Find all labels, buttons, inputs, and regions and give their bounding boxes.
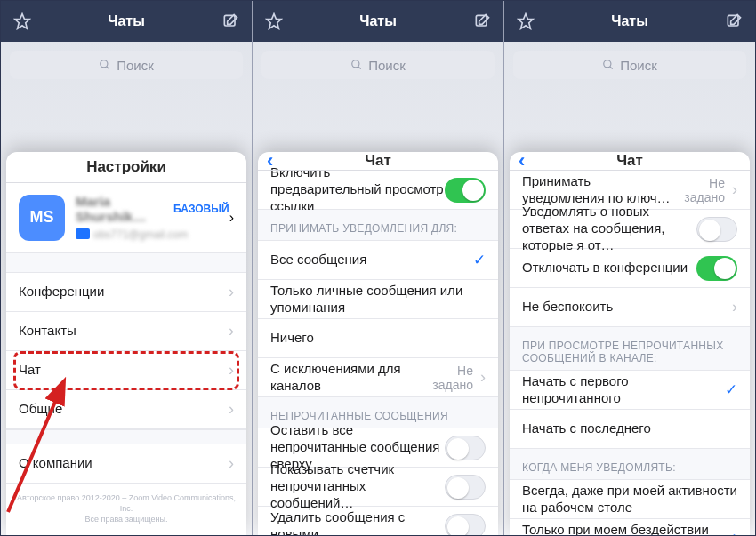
svg-point-8 bbox=[352, 60, 359, 68]
svg-line-9 bbox=[358, 67, 361, 69]
row-all-messages[interactable]: Все сообщения✓ bbox=[258, 241, 498, 280]
nav-title: Чаты bbox=[108, 13, 145, 29]
row-show-counter[interactable]: Показывать счетчик непрочитанных сообщен… bbox=[258, 468, 498, 507]
chevron-right-icon: › bbox=[229, 400, 234, 419]
toggle-off[interactable] bbox=[696, 217, 737, 242]
row-dnd[interactable]: Не беспокоить› bbox=[510, 288, 750, 327]
check-icon: ✓ bbox=[725, 530, 737, 536]
svg-point-12 bbox=[604, 60, 611, 68]
avatar: MS bbox=[19, 195, 65, 241]
settings-row-general[interactable]: Общие› bbox=[6, 390, 246, 429]
settings-row-chat[interactable]: Чат› bbox=[6, 351, 246, 390]
settings-row-about[interactable]: О компании› bbox=[6, 444, 246, 484]
svg-marker-10 bbox=[519, 14, 534, 29]
nav-bar: Чаты bbox=[504, 1, 755, 42]
settings-row-contacts[interactable]: Контакты› bbox=[6, 312, 246, 351]
row-delete-new[interactable]: Удалить сообщения с новыми bbox=[258, 507, 498, 535]
search-input[interactable]: Поиск bbox=[10, 51, 243, 79]
search-icon bbox=[99, 59, 111, 71]
chevron-right-icon: › bbox=[732, 180, 737, 199]
chevron-right-icon: › bbox=[229, 361, 234, 380]
search-input[interactable]: Поиск bbox=[261, 51, 495, 79]
pane-chat-settings-2: Чаты Поиск ‹ Чат Принимать уведомления п… bbox=[503, 1, 755, 535]
check-icon: ✓ bbox=[725, 380, 737, 399]
row-channel-exceptions[interactable]: С исключениями для каналовНе задано› bbox=[258, 358, 498, 397]
row-dm-mentions[interactable]: Только личные сообщения или упоминания bbox=[258, 280, 498, 319]
camera-icon bbox=[76, 228, 90, 239]
row-start-last[interactable]: Начать с последнего bbox=[510, 410, 750, 449]
chevron-right-icon: › bbox=[229, 210, 234, 226]
toggle-on[interactable] bbox=[445, 178, 486, 203]
sheet-title: Чат bbox=[616, 152, 643, 170]
toggle-off[interactable] bbox=[445, 436, 486, 460]
chevron-right-icon: › bbox=[480, 368, 486, 387]
search-placeholder: Поиск bbox=[620, 58, 657, 73]
nav-title: Чаты bbox=[611, 13, 648, 29]
compose-icon[interactable] bbox=[725, 12, 743, 30]
profile-email: obs771@gmail.com bbox=[93, 228, 188, 241]
pane-settings: Чаты Поиск Настройки MS Maria Shurshik… … bbox=[1, 1, 252, 535]
section-view-unread-channel: ПРИ ПРОСМОТРЕ НЕПРОЧИТАННЫХ СООБЩЕНИЙ В … bbox=[510, 327, 750, 371]
section-when-notify: КОГДА МЕНЯ УВЕДОМЛЯТЬ: bbox=[510, 449, 750, 480]
row-notify-always[interactable]: Всегда, даже при моей активности на рабо… bbox=[510, 480, 750, 519]
chevron-right-icon: › bbox=[732, 298, 737, 316]
back-button[interactable]: ‹ bbox=[519, 152, 525, 172]
row-start-first-unread[interactable]: Начать с первого непрочитанного✓ bbox=[510, 371, 750, 410]
section-notification-for: ПРИНИМАТЬ УВЕДОМЛЕНИЯ ДЛЯ: bbox=[258, 210, 498, 241]
profile-plan-badge: БАЗОВЫЙ bbox=[173, 203, 229, 215]
nav-title: Чаты bbox=[359, 13, 397, 29]
profile-row[interactable]: MS Maria Shurshik… БАЗОВЫЙ obs771@gmail.… bbox=[6, 183, 246, 252]
nav-bar: Чаты bbox=[1, 1, 252, 42]
chevron-right-icon: › bbox=[229, 283, 234, 301]
search-icon bbox=[602, 59, 615, 71]
search-icon bbox=[350, 59, 363, 71]
row-notify-idle[interactable]: Только при моем бездействии на рабочем с… bbox=[510, 519, 750, 535]
svg-line-3 bbox=[107, 67, 109, 69]
star-icon[interactable] bbox=[265, 12, 283, 30]
profile-name: Maria Shurshik… bbox=[76, 194, 173, 224]
search-placeholder: Поиск bbox=[117, 58, 154, 73]
row-reply-notify[interactable]: Уведомлять о новых ответах на сообщения,… bbox=[510, 210, 750, 249]
pane-chat-settings-1: Чаты Поиск ‹ Чат Включить предварительны… bbox=[252, 1, 503, 535]
toggle-off[interactable] bbox=[445, 475, 486, 500]
row-nothing[interactable]: Ничего bbox=[258, 319, 498, 358]
settings-sheet: Настройки MS Maria Shurshik… БАЗОВЫЙ obs… bbox=[6, 152, 246, 535]
svg-marker-0 bbox=[15, 14, 30, 29]
compose-icon[interactable] bbox=[473, 12, 491, 30]
star-icon[interactable] bbox=[13, 12, 31, 30]
value-not-set: Не задано bbox=[683, 176, 725, 204]
sheet-title: Настройки bbox=[6, 152, 246, 183]
value-not-set: Не задано bbox=[425, 364, 473, 392]
toggle-off[interactable] bbox=[445, 514, 486, 535]
row-mute-in-meeting[interactable]: Отключать в конференции bbox=[510, 249, 750, 288]
toggle-on[interactable] bbox=[696, 256, 737, 281]
star-icon[interactable] bbox=[517, 12, 535, 30]
svg-line-13 bbox=[610, 67, 613, 69]
search-placeholder: Поиск bbox=[368, 58, 406, 73]
settings-row-conferences[interactable]: Конференции› bbox=[6, 273, 246, 312]
svg-point-2 bbox=[101, 60, 108, 68]
row-link-preview[interactable]: Включить предварительный просмотр ссылки bbox=[258, 171, 498, 210]
search-input[interactable]: Поиск bbox=[513, 51, 746, 79]
chat-sheet: ‹ Чат Принимать уведомления по ключ…Не з… bbox=[510, 152, 750, 535]
chevron-right-icon: › bbox=[229, 454, 234, 473]
nav-bar: Чаты bbox=[253, 1, 503, 42]
back-button[interactable]: ‹ bbox=[267, 152, 273, 172]
sheet-title: Чат bbox=[365, 152, 391, 170]
compose-icon[interactable] bbox=[221, 12, 239, 30]
chat-sheet: ‹ Чат Включить предварительный просмотр … bbox=[258, 152, 498, 535]
chevron-right-icon: › bbox=[229, 322, 234, 340]
svg-marker-6 bbox=[267, 14, 282, 29]
copyright-footer: Авторское право 2012-2020 – Zoom Video C… bbox=[6, 484, 246, 535]
check-icon: ✓ bbox=[473, 251, 486, 269]
